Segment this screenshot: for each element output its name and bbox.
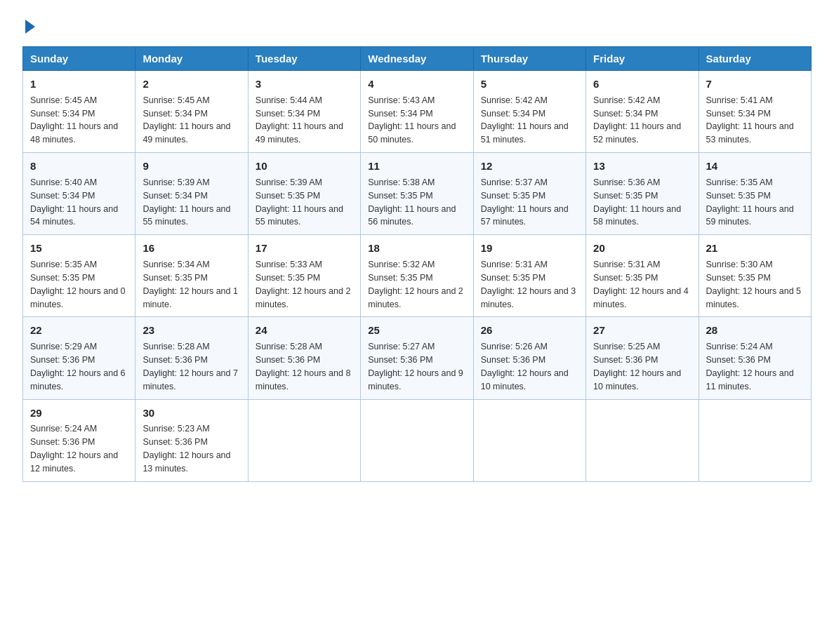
- sunset-info: Sunset: 5:34 PM: [481, 109, 545, 119]
- calendar-cell: 10Sunrise: 5:39 AMSunset: 5:35 PMDayligh…: [248, 153, 360, 235]
- sunset-info: Sunset: 5:34 PM: [143, 109, 207, 119]
- day-number: 25: [368, 323, 465, 338]
- sunrise-info: Sunrise: 5:37 AM: [481, 177, 548, 187]
- sunrise-info: Sunrise: 5:43 AM: [368, 95, 435, 105]
- header-wednesday: Wednesday: [361, 47, 473, 71]
- daylight-info: Daylight: 12 hours and 1 minute.: [143, 286, 238, 309]
- sunrise-info: Sunrise: 5:39 AM: [143, 177, 209, 187]
- calendar-cell: 7Sunrise: 5:41 AMSunset: 5:34 PMDaylight…: [699, 71, 811, 153]
- calendar-cell: 24Sunrise: 5:28 AMSunset: 5:36 PMDayligh…: [248, 317, 360, 399]
- day-number: 8: [30, 159, 128, 174]
- calendar-cell: 12Sunrise: 5:37 AMSunset: 5:35 PMDayligh…: [473, 153, 585, 235]
- sunset-info: Sunset: 5:35 PM: [706, 191, 771, 201]
- header-sunday: Sunday: [23, 47, 135, 71]
- day-number: 22: [30, 323, 128, 338]
- day-number: 27: [593, 323, 691, 338]
- daylight-info: Daylight: 11 hours and 48 minutes.: [30, 121, 118, 145]
- sunrise-info: Sunrise: 5:45 AM: [143, 95, 209, 105]
- sunset-info: Sunset: 5:36 PM: [368, 355, 432, 365]
- sunrise-info: Sunrise: 5:44 AM: [256, 95, 322, 105]
- calendar-cell: 5Sunrise: 5:42 AMSunset: 5:34 PMDaylight…: [473, 71, 585, 153]
- sunrise-info: Sunrise: 5:24 AM: [706, 342, 773, 351]
- sunset-info: Sunset: 5:35 PM: [30, 273, 95, 283]
- header-tuesday: Tuesday: [248, 47, 360, 71]
- daylight-info: Daylight: 11 hours and 57 minutes.: [481, 204, 569, 227]
- calendar-cell: 22Sunrise: 5:29 AMSunset: 5:36 PMDayligh…: [23, 317, 135, 399]
- day-number: 28: [706, 323, 804, 338]
- day-number: 17: [256, 241, 353, 256]
- day-number: 1: [30, 76, 128, 92]
- sunrise-info: Sunrise: 5:42 AM: [593, 95, 660, 105]
- sunset-info: Sunset: 5:35 PM: [593, 191, 658, 201]
- calendar-cell: 1Sunrise: 5:45 AMSunset: 5:34 PMDaylight…: [23, 71, 135, 153]
- sunset-info: Sunset: 5:36 PM: [481, 355, 545, 365]
- sunrise-info: Sunrise: 5:35 AM: [30, 260, 97, 269]
- sunset-info: Sunset: 5:35 PM: [143, 273, 207, 283]
- calendar-cell: [248, 399, 360, 481]
- daylight-info: Daylight: 12 hours and 4 minutes.: [593, 286, 689, 309]
- week-row-5: 29Sunrise: 5:24 AMSunset: 5:36 PMDayligh…: [23, 399, 812, 481]
- day-number: 9: [143, 159, 240, 174]
- sunrise-info: Sunrise: 5:28 AM: [143, 342, 209, 351]
- sunrise-info: Sunrise: 5:32 AM: [368, 260, 435, 269]
- calendar-cell: [586, 399, 699, 481]
- day-number: 30: [143, 405, 240, 421]
- day-number: 2: [143, 76, 240, 92]
- sunrise-info: Sunrise: 5:41 AM: [706, 95, 773, 105]
- calendar-header: SundayMondayTuesdayWednesdayThursdayFrid…: [23, 47, 812, 71]
- sunrise-info: Sunrise: 5:26 AM: [481, 342, 548, 351]
- calendar-cell: 18Sunrise: 5:32 AMSunset: 5:35 PMDayligh…: [361, 235, 473, 317]
- daylight-info: Daylight: 12 hours and 8 minutes.: [256, 368, 351, 391]
- day-number: 23: [143, 323, 240, 338]
- header-friday: Friday: [586, 47, 699, 71]
- day-number: 16: [143, 241, 240, 256]
- sunset-info: Sunset: 5:35 PM: [706, 273, 771, 283]
- sunrise-info: Sunrise: 5:34 AM: [143, 260, 209, 269]
- sunrise-info: Sunrise: 5:42 AM: [481, 95, 548, 105]
- calendar-cell: 17Sunrise: 5:33 AMSunset: 5:35 PMDayligh…: [248, 235, 360, 317]
- day-number: 24: [256, 323, 353, 338]
- week-row-1: 1Sunrise: 5:45 AMSunset: 5:34 PMDaylight…: [23, 71, 812, 153]
- day-number: 18: [368, 241, 465, 256]
- day-number: 3: [256, 76, 353, 92]
- calendar-cell: 25Sunrise: 5:27 AMSunset: 5:36 PMDayligh…: [361, 317, 473, 399]
- sunset-info: Sunset: 5:34 PM: [30, 191, 95, 201]
- sunrise-info: Sunrise: 5:31 AM: [593, 260, 660, 269]
- calendar-cell: 4Sunrise: 5:43 AMSunset: 5:34 PMDaylight…: [361, 71, 473, 153]
- sunrise-info: Sunrise: 5:29 AM: [30, 342, 97, 351]
- sunrise-info: Sunrise: 5:28 AM: [256, 342, 322, 351]
- calendar-cell: 19Sunrise: 5:31 AMSunset: 5:35 PMDayligh…: [473, 235, 585, 317]
- sunset-info: Sunset: 5:35 PM: [368, 273, 432, 283]
- calendar-cell: 27Sunrise: 5:25 AMSunset: 5:36 PMDayligh…: [586, 317, 699, 399]
- calendar-cell: [361, 399, 473, 481]
- day-number: 4: [368, 76, 465, 92]
- sunrise-info: Sunrise: 5:30 AM: [706, 260, 773, 269]
- sunset-info: Sunset: 5:34 PM: [368, 109, 432, 119]
- sunrise-info: Sunrise: 5:27 AM: [368, 342, 435, 351]
- calendar-cell: 6Sunrise: 5:42 AMSunset: 5:34 PMDaylight…: [586, 71, 699, 153]
- sunset-info: Sunset: 5:35 PM: [481, 273, 545, 283]
- daylight-info: Daylight: 12 hours and 2 minutes.: [368, 286, 463, 309]
- day-number: 6: [593, 76, 691, 92]
- daylight-info: Daylight: 12 hours and 7 minutes.: [143, 368, 238, 391]
- calendar-cell: 20Sunrise: 5:31 AMSunset: 5:35 PMDayligh…: [586, 235, 699, 317]
- daylight-info: Daylight: 11 hours and 53 minutes.: [706, 121, 794, 145]
- sunset-info: Sunset: 5:35 PM: [256, 273, 320, 283]
- daylight-info: Daylight: 12 hours and 12 minutes.: [30, 450, 118, 474]
- sunset-info: Sunset: 5:36 PM: [143, 355, 207, 365]
- sunrise-info: Sunrise: 5:35 AM: [706, 177, 773, 187]
- calendar-cell: 14Sunrise: 5:35 AMSunset: 5:35 PMDayligh…: [699, 153, 811, 235]
- sunset-info: Sunset: 5:35 PM: [368, 191, 432, 201]
- daylight-info: Daylight: 11 hours and 55 minutes.: [143, 204, 230, 227]
- sunset-info: Sunset: 5:36 PM: [30, 437, 95, 447]
- calendar-cell: 28Sunrise: 5:24 AMSunset: 5:36 PMDayligh…: [699, 317, 811, 399]
- sunset-info: Sunset: 5:36 PM: [256, 355, 320, 365]
- daylight-info: Daylight: 12 hours and 13 minutes.: [143, 450, 230, 474]
- calendar-cell: 30Sunrise: 5:23 AMSunset: 5:36 PMDayligh…: [135, 399, 248, 481]
- sunrise-info: Sunrise: 5:24 AM: [30, 424, 97, 434]
- calendar-cell: 16Sunrise: 5:34 AMSunset: 5:35 PMDayligh…: [135, 235, 248, 317]
- sunset-info: Sunset: 5:36 PM: [143, 437, 207, 447]
- day-number: 5: [481, 76, 578, 92]
- logo-arrow-icon: [25, 20, 35, 34]
- calendar-cell: [473, 399, 585, 481]
